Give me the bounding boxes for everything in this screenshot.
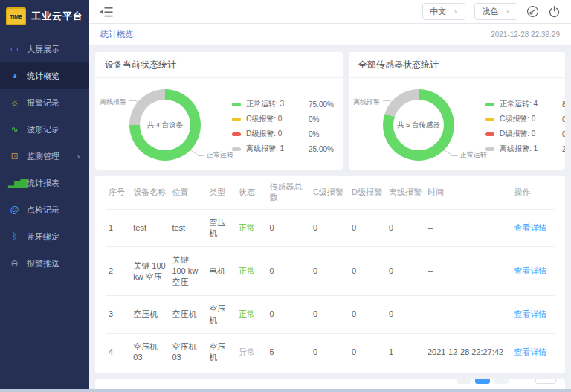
table-cell: -- bbox=[425, 209, 512, 247]
legend-marker bbox=[485, 118, 494, 121]
legend-marker bbox=[485, 132, 494, 136]
legend-row: 离线报警: 120.00% bbox=[485, 141, 561, 156]
sidebar-item-alarm-push[interactable]: ⊖报警推送 bbox=[0, 250, 89, 277]
donut-center-label: 共 4 台设备 bbox=[140, 100, 190, 150]
column-header: 状态 bbox=[236, 176, 267, 209]
table-cell: 0 bbox=[310, 209, 349, 247]
prev-page-button[interactable]: < bbox=[457, 379, 471, 384]
sidebar-item-big-screen[interactable]: ▭大屏展示 bbox=[0, 36, 89, 62]
table-cell: 2 bbox=[106, 247, 130, 296]
breadcrumb-bar: 统计概览 2021-12-28 22:39:29 bbox=[89, 24, 571, 46]
table-row: 1testtest空压机正常0000--查看详情 bbox=[106, 209, 555, 247]
sidebar-item-stats-overview[interactable]: ◕统计概览 bbox=[0, 62, 89, 89]
legend-label: D级报警: 0 bbox=[246, 129, 301, 139]
theme-select[interactable]: 浅色 ∨ bbox=[474, 3, 517, 20]
table-cell: 0 bbox=[310, 295, 349, 333]
collapse-menu-icon[interactable] bbox=[100, 7, 113, 17]
language-select[interactable]: 中文 ∨ bbox=[422, 3, 465, 20]
main-area: 中文 ∨ 浅色 ∨ 统计概览 2021-12-28 22:39:29 bbox=[89, 0, 571, 389]
next-page-button[interactable]: > bbox=[494, 379, 509, 384]
view-details-link[interactable]: 查看详情 bbox=[514, 223, 547, 232]
sidebar-item-label: 波形记录 bbox=[27, 124, 59, 135]
chevron-down-icon: ∨ bbox=[77, 153, 81, 160]
app-window: TIME 工业云平台 ▭大屏展示◕统计概览☼报警记录∿波形记录⊡监测管理∨▂▅▇… bbox=[0, 0, 571, 389]
legend-row: C级报警: 00% bbox=[485, 112, 561, 126]
callout-offline: 离线报警 bbox=[100, 97, 126, 107]
legend-label: 离线报警: 1 bbox=[246, 144, 301, 154]
sidebar-item-label: 报警推送 bbox=[27, 258, 59, 269]
view-details-link[interactable]: 查看详情 bbox=[514, 266, 547, 275]
sidebar-item-alarm-records[interactable]: ☼报警记录 bbox=[0, 89, 89, 116]
sidebar-item-stats-report[interactable]: ▂▅▇统计报表 bbox=[0, 170, 89, 196]
legend-marker bbox=[232, 103, 241, 106]
table-cell: 正常 bbox=[236, 209, 267, 247]
goto-page-label: 前往 bbox=[517, 379, 532, 382]
sidebar-item-waveform-records[interactable]: ∿波形记录 bbox=[0, 116, 89, 143]
waveform-icon: ∿ bbox=[8, 125, 20, 134]
table-cell: 关键 100 kw 空压 bbox=[169, 247, 206, 296]
power-logout-icon[interactable] bbox=[548, 5, 561, 18]
sidebar-item-inspection[interactable]: @点检记录 bbox=[0, 196, 89, 223]
breadcrumb[interactable]: 统计概览 bbox=[100, 29, 133, 40]
password-key-icon[interactable] bbox=[526, 5, 539, 18]
view-details-link[interactable]: 查看详情 bbox=[514, 309, 547, 318]
table-cell: 1 bbox=[386, 333, 425, 370]
legend-label: C级报警: 0 bbox=[500, 114, 555, 124]
column-header: 设备名称 bbox=[130, 176, 169, 209]
legend-label: D级报警: 0 bbox=[500, 129, 555, 139]
table-cell: 空压机 bbox=[206, 333, 236, 370]
table-cell: 0 bbox=[386, 209, 425, 247]
goto-page-input[interactable] bbox=[535, 379, 556, 384]
monitor-icon: ▭ bbox=[8, 45, 20, 54]
legend-percent: 0% bbox=[309, 115, 319, 123]
sidebar-item-label: 蓝牙绑定 bbox=[27, 231, 59, 242]
bluetooth-icon: ᛒ bbox=[8, 232, 20, 241]
callout-normal: 正常运转 bbox=[207, 150, 233, 160]
legend-row: 正常运转: 480.00% bbox=[485, 97, 561, 112]
table-cell: 1 bbox=[106, 209, 130, 247]
table-cell: -- bbox=[425, 247, 512, 296]
sidebar-item-monitor-manage[interactable]: ⊡监测管理∨ bbox=[0, 143, 89, 170]
legend-percent: 75.00% bbox=[309, 100, 334, 109]
current-timestamp: 2021-12-28 22:39:29 bbox=[491, 30, 560, 39]
logo: TIME 工业云平台 bbox=[0, 0, 89, 33]
callout-line bbox=[198, 155, 204, 156]
table-cell: 查看详情 bbox=[512, 333, 555, 370]
legend-percent: 25.00% bbox=[309, 145, 334, 153]
table-cell: 2021-12-28 22:27:42 bbox=[425, 333, 512, 370]
chart-legend: 正常运转: 375.00%C级报警: 00%D级报警: 00%离线报警: 125… bbox=[232, 94, 338, 156]
app-title: 工业云平台 bbox=[31, 10, 83, 23]
sidebar-item-label: 统计报表 bbox=[27, 178, 59, 189]
language-select-value: 中文 bbox=[430, 6, 446, 17]
table-cell: 0 bbox=[386, 247, 425, 296]
table-cell: 查看详情 bbox=[512, 247, 555, 296]
table-cell: 空压机03 bbox=[130, 333, 169, 370]
sidebar-item-label: 报警记录 bbox=[27, 97, 59, 109]
column-header: C级报警 bbox=[310, 176, 349, 209]
note-card: ②通过统计概览页面，可以查看当前总体设备及传感器的运行情况，以及所有设备的列表（… bbox=[95, 379, 565, 389]
monitor-manage-icon: ⊡ bbox=[8, 152, 20, 161]
chevron-down-icon: ∨ bbox=[454, 8, 458, 15]
chart-cards-row: 设备当前状态统计 离线报警 共 4 台设备 正常运转 bbox=[95, 52, 565, 170]
table-cell: 0 bbox=[386, 295, 425, 333]
table-cell: 0 bbox=[349, 247, 386, 296]
legend-row: C级报警: 00% bbox=[232, 112, 338, 126]
page-1-button[interactable]: 1 bbox=[475, 379, 490, 384]
table-cell: 3 bbox=[106, 295, 130, 333]
table-cell: 0 bbox=[349, 209, 386, 247]
table-cell: 空压机 bbox=[130, 295, 169, 333]
sidebar-item-bluetooth-bind[interactable]: ᛒ蓝牙绑定 bbox=[0, 223, 89, 250]
sidebar: TIME 工业云平台 ▭大屏展示◕统计概览☼报警记录∿波形记录⊡监测管理∨▂▅▇… bbox=[0, 0, 89, 389]
table-cell: 查看详情 bbox=[512, 209, 555, 247]
content: 设备当前状态统计 离线报警 共 4 台设备 正常运转 bbox=[89, 46, 571, 389]
view-details-link[interactable]: 查看详情 bbox=[514, 347, 547, 356]
callout-offline: 离线报警 bbox=[353, 97, 380, 107]
table-cell: 关键 100 kw 空压 bbox=[130, 247, 169, 296]
table-cell: 电机 bbox=[206, 247, 236, 296]
legend-label: 正常运转: 4 bbox=[500, 99, 555, 109]
callout-normal: 正常运转 bbox=[460, 150, 487, 160]
column-header: 时间 bbox=[425, 176, 512, 209]
table-row: 3空压机空压机空压机正常0000--查看详情 bbox=[106, 295, 555, 333]
column-header: D级报警 bbox=[349, 176, 386, 209]
table-cell: -- bbox=[425, 295, 512, 333]
